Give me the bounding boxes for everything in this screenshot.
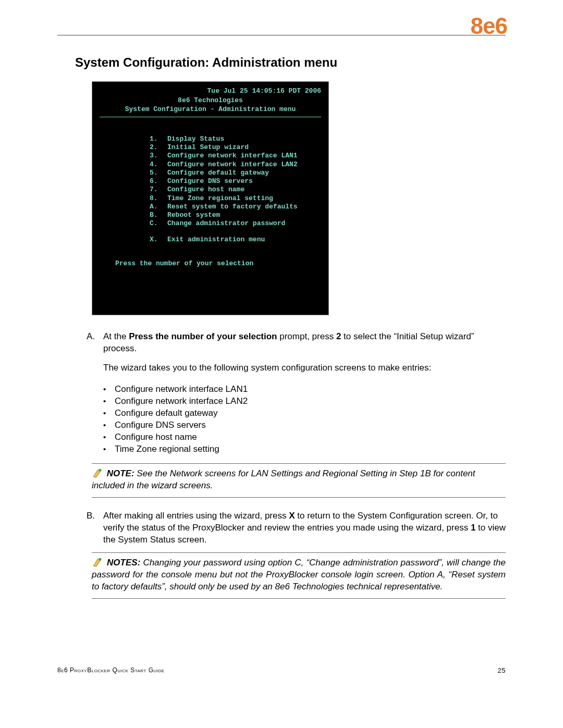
terminal-divider [100,117,321,117]
terminal-menu-item: 8.Time Zone regional setting [150,194,321,203]
terminal-menu-exit: X.Exit administration menu [150,236,321,244]
terminal-menu-item: B.Reboot system [150,211,321,219]
step-b-text: After making all entries using the wizar… [103,510,506,546]
note-2-label: NOTES: [107,558,140,567]
note-icon [92,468,102,478]
svg-point-0 [99,469,101,472]
terminal-title-2: System Configuration - Administration me… [100,105,321,114]
terminal-menu-item: 5.Configure default gateway [150,169,321,177]
terminal-prompt: Press the number of your selection [115,260,321,268]
terminal-screenshot: Tue Jul 25 14:05:16 PDT 2006 8e6 Technol… [92,81,506,315]
list-item: •Configure network interface LAN1 [103,384,506,396]
list-item: •Time Zone regional setting [103,443,506,455]
footer-doc-title: 8e6 ProxyBlocker Quick Start Guide [57,667,165,674]
step-a-label: A. [87,331,98,355]
list-item: •Configure DNS servers [103,419,506,431]
terminal-date: Tue Jul 25 14:05:16 PDT 2006 [100,87,321,95]
step-a: A. At the Press the number of your selec… [87,331,506,355]
note-2: NOTES: Changing your password using opti… [92,552,506,599]
wizard-intro: The wizard takes you to the following sy… [103,362,506,374]
terminal-menu-item: 7.Configure host name [150,186,321,194]
step-a-text: At the Press the number of your selectio… [103,331,506,355]
list-item: •Configure network interface LAN2 [103,396,506,408]
step-b-label: B. [87,510,98,546]
terminal-menu-item: 4.Configure network interface LAN2 [150,161,321,169]
terminal-menu-item: A.Reset system to factory defaults [150,203,321,211]
wizard-bullets: •Configure network interface LAN1•Config… [103,384,506,455]
note-1-text: See the Network screens for LAN Settings… [92,468,475,490]
footer: 8e6 ProxyBlocker Quick Start Guide 25 [57,667,506,674]
list-item: •Configure default gateway [103,408,506,419]
header-rule: 8e6 [57,21,506,35]
step-b: B. After making all entries using the wi… [87,510,506,546]
terminal-title-1: 8e6 Technologies [100,96,321,105]
note-2-text: Changing your password using option C, “… [92,558,506,591]
note-icon [92,557,102,567]
svg-point-1 [99,558,101,561]
brand-logo: 8e6 [471,13,507,39]
note-1: NOTE: See the Network screens for LAN Se… [92,463,506,498]
footer-page-number: 25 [498,667,506,674]
terminal-menu-item: 6.Configure DNS servers [150,177,321,186]
terminal-menu-item: 3.Configure network interface LAN1 [150,152,321,160]
terminal-menu: 1.Display Status2.Initial Setup wizard3.… [150,135,321,244]
terminal-menu-item: 1.Display Status [150,135,321,143]
terminal-menu-item: C.Change administrator password [150,219,321,228]
terminal-menu-item: 2.Initial Setup wizard [150,143,321,152]
list-item: •Configure host name [103,431,506,443]
section-title: System Configuration: Administration men… [75,55,506,70]
note-1-label: NOTE: [107,468,134,478]
